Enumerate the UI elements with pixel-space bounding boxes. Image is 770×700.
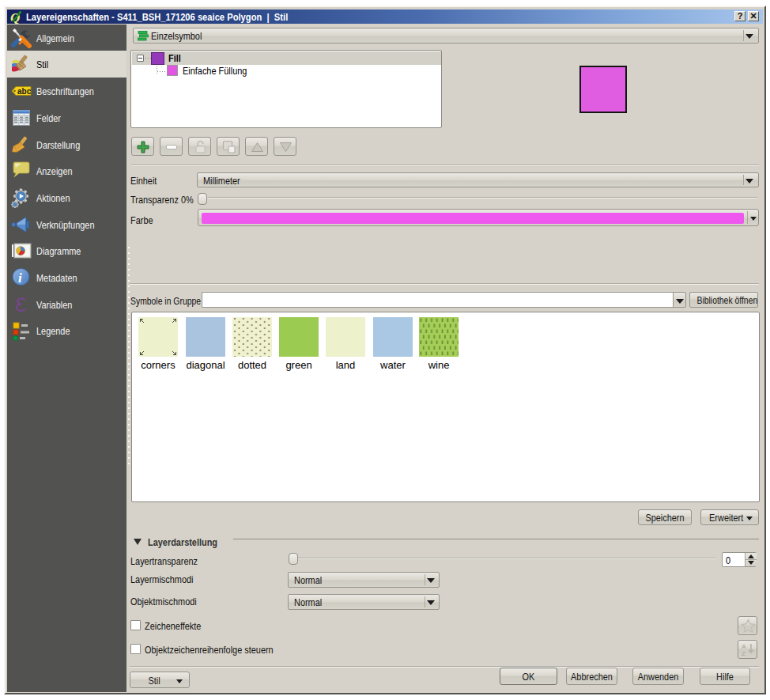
svg-text:A: A bbox=[742, 643, 746, 650]
svg-text:Q: Q bbox=[10, 10, 20, 24]
svg-text:Z: Z bbox=[742, 650, 745, 657]
svg-text:i: i bbox=[18, 271, 22, 286]
svg-text:abc: abc bbox=[17, 87, 32, 96]
